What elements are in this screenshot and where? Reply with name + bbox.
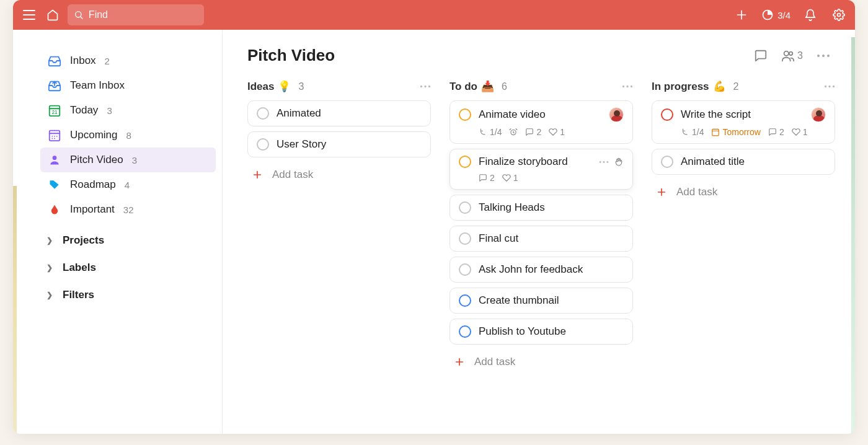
assignee-avatar[interactable] xyxy=(811,107,826,122)
sidebar-section-filters[interactable]: ❯ Filters xyxy=(40,281,216,309)
more-horizontal-icon xyxy=(420,85,431,88)
svg-point-31 xyxy=(622,86,624,87)
progress-button[interactable]: 3/4 xyxy=(761,6,790,24)
task-card[interactable]: Finalize storyboard xyxy=(450,149,633,190)
task-card[interactable]: User Story xyxy=(247,131,431,157)
add-button[interactable] xyxy=(733,6,750,24)
grab-cursor-icon xyxy=(614,157,624,167)
task-title: Talking Heads xyxy=(479,201,624,214)
search-input[interactable] xyxy=(89,9,198,20)
sidebar-item-count: 8 xyxy=(126,130,131,141)
task-checkbox[interactable] xyxy=(459,325,471,338)
sidebar-item-roadmap[interactable]: Roadmap 4 xyxy=(40,172,216,197)
task-card[interactable]: Talking Heads xyxy=(450,195,633,221)
sidebar-item-important[interactable]: Important 32 xyxy=(40,197,216,222)
menu-toggle-button[interactable] xyxy=(20,6,38,24)
chevron-right-icon: ❯ xyxy=(46,263,55,272)
search-container[interactable] xyxy=(68,4,204,25)
svg-point-41 xyxy=(606,161,608,163)
column-more-button[interactable] xyxy=(420,85,431,88)
comment-icon xyxy=(754,49,768,63)
add-task-button[interactable]: Add task xyxy=(247,162,431,187)
comments-meta: 2 xyxy=(525,127,541,137)
sidebar-item-team-inbox[interactable]: Team Inbox xyxy=(40,73,216,98)
svg-line-37 xyxy=(510,129,512,130)
add-task-label: Add task xyxy=(272,169,313,181)
task-checkbox[interactable] xyxy=(459,294,471,307)
task-checkbox[interactable] xyxy=(459,108,471,121)
more-horizontal-icon xyxy=(622,85,633,88)
filter-important-icon xyxy=(48,203,61,216)
sidebar-item-today[interactable]: 21 Today 3 xyxy=(40,98,216,123)
sidebar-item-inbox[interactable]: Inbox 2 xyxy=(40,48,216,73)
column-more-button[interactable] xyxy=(824,85,835,88)
card-grab-handle[interactable] xyxy=(614,157,624,167)
settings-button[interactable] xyxy=(830,6,848,24)
column-more-button[interactable] xyxy=(622,85,633,88)
task-checkbox[interactable] xyxy=(459,201,471,214)
home-button[interactable] xyxy=(44,6,61,24)
inbox-icon xyxy=(48,54,61,68)
task-card[interactable]: Publish to Youtube xyxy=(450,319,633,345)
page-title: Pitch Video xyxy=(247,46,335,65)
task-checkbox[interactable] xyxy=(661,108,673,121)
task-checkbox[interactable] xyxy=(257,107,269,120)
svg-point-46 xyxy=(833,86,835,87)
task-checkbox[interactable] xyxy=(257,138,269,151)
topbar: 3/4 xyxy=(13,0,855,30)
people-button[interactable]: 3 xyxy=(781,49,803,63)
progress-label: 3/4 xyxy=(777,10,790,20)
task-title: Ask John for feedback xyxy=(479,263,624,276)
column-todo: To do 📥 6 Animate video xyxy=(450,80,633,374)
svg-point-45 xyxy=(828,86,830,87)
svg-line-38 xyxy=(516,129,518,130)
task-checkbox[interactable] xyxy=(459,156,471,168)
sidebar-item-label: Team Inbox xyxy=(70,79,125,92)
task-card[interactable]: Ask John for feedback xyxy=(450,257,633,283)
task-title: Create thumbnail xyxy=(479,294,624,307)
task-card[interactable]: Animated xyxy=(247,100,431,126)
heart-icon xyxy=(792,128,800,136)
assignee-avatar[interactable] xyxy=(609,107,624,122)
tag-icon xyxy=(48,178,61,192)
board-more-button[interactable] xyxy=(817,54,830,58)
sidebar-item-label: Pitch Video xyxy=(70,154,123,166)
task-card[interactable]: Create thumbnail xyxy=(450,288,633,314)
comments-panel-button[interactable] xyxy=(754,49,768,63)
task-card[interactable]: Write the script 1/4 Tomorrow xyxy=(652,100,835,144)
app-frame: 3/4 Inbox 2 Team In xyxy=(13,0,855,434)
task-card[interactable]: Animated title xyxy=(652,149,835,175)
task-card[interactable]: Animate video 1/4 xyxy=(450,100,633,144)
notifications-button[interactable] xyxy=(802,6,819,24)
sidebar-item-upcoming[interactable]: Upcoming 8 xyxy=(40,123,216,148)
add-task-button[interactable]: Add task xyxy=(652,180,835,205)
subtasks-meta: 1/4 xyxy=(479,127,502,137)
sidebar-section-label: Projects xyxy=(63,234,104,247)
sidebar-item-label: Today xyxy=(70,104,98,117)
card-more-button[interactable] xyxy=(599,161,609,164)
task-checkbox[interactable] xyxy=(661,156,673,168)
svg-point-23 xyxy=(817,55,820,57)
sidebar-item-count: 3 xyxy=(107,105,112,116)
decorative-right-edge xyxy=(851,37,855,434)
sidebar-section-label: Labels xyxy=(63,262,96,274)
main-layout: Inbox 2 Team Inbox 21 Today 3 Up xyxy=(13,30,855,434)
sidebar: Inbox 2 Team Inbox 21 Today 3 Up xyxy=(13,30,223,434)
add-task-button[interactable]: Add task xyxy=(450,350,633,374)
sidebar-item-pitch-video[interactable]: Pitch Video 3 xyxy=(40,148,216,172)
more-horizontal-icon xyxy=(824,85,835,88)
svg-point-25 xyxy=(827,55,830,57)
task-checkbox[interactable] xyxy=(459,263,471,276)
task-card[interactable]: Final cut xyxy=(450,226,633,252)
sidebar-item-count: 4 xyxy=(125,180,130,190)
task-checkbox[interactable] xyxy=(459,232,471,245)
svg-point-40 xyxy=(603,161,605,163)
svg-point-32 xyxy=(626,86,628,87)
column-title: In progress xyxy=(652,81,709,93)
comment-icon xyxy=(479,174,487,182)
sidebar-section-labels[interactable]: ❯ Labels xyxy=(40,254,216,281)
column-count: 2 xyxy=(733,81,739,92)
task-title: User Story xyxy=(277,138,422,151)
alarm-icon xyxy=(509,128,518,136)
sidebar-section-projects[interactable]: ❯ Projects xyxy=(40,227,216,254)
